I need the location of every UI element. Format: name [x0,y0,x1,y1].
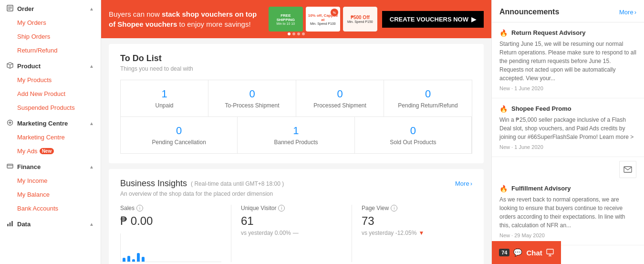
todo-label-banned: Banned Products [245,139,346,146]
sidebar-item-bank-accounts[interactable]: Bank Accounts [0,201,101,215]
sidebar-section-finance[interactable]: Finance ▲ [0,158,101,174]
sidebar-item-my-products[interactable]: My Products [0,73,101,87]
todo-num-unpaid: 1 [128,88,200,100]
dot-3[interactable] [297,32,300,35]
sidebar-item-my-orders[interactable]: My Orders [0,16,101,30]
dot-1[interactable] [288,32,291,35]
create-vouchers-button[interactable]: CREATE VOUCHERS NOW ▶ [382,11,484,28]
announcement-meta-3: New · 29 May 2020 [499,232,636,238]
announcements-title: Announcements [499,8,559,16]
chevron-up-icon: ▲ [89,6,94,11]
todo-subtitle: Things you need to deal with [120,65,472,72]
chevron-up-icon-finance: ▲ [89,164,94,169]
announcement-meta-1: New · 1 June 2020 [499,85,636,91]
sidebar-item-my-income[interactable]: My Income [0,174,101,188]
svg-rect-14 [547,249,553,254]
announcement-fulfillment[interactable]: 🔥 Fulfillment Advisory As we revert back… [492,178,644,245]
insights-subtitle: An overview of the shop data for the pla… [120,190,472,197]
todo-cell-pending-cancellation[interactable]: 0 Pending Cancellation [121,117,238,153]
chat-button[interactable]: 74 💬 Chat [492,241,561,264]
sidebar-item-my-ads[interactable]: My Ads New [0,144,101,158]
fire-icon-2: 🔥 [499,105,508,113]
todo-cell-processed[interactable]: 0 Processed Shipment [296,80,384,116]
page-view-info-icon[interactable]: i [391,205,397,211]
sidebar-section-order[interactable]: Order ▲ [0,0,101,16]
sidebar-item-suspended-products[interactable]: Suspended Products [0,101,101,115]
svg-rect-8 [7,164,13,168]
sidebar-section-product[interactable]: Product ▲ [0,57,101,73]
sidebar-section-marketing[interactable]: Marketing Centre ▲ [0,115,101,130]
trend-down-icon: ▼ [418,230,424,236]
banner: Buyers can now stack shop vouchers on to… [101,0,491,38]
insights-title: Business Insights [120,179,187,189]
sidebar-section-marketing-label: Marketing Centre [17,120,68,127]
monitor-icon [546,249,554,256]
banner-cards: FREE SHIPPING Min to 10 10 10% off, Capp… [269,7,377,32]
metric-compare-page-view: vs yesterday -12.05% ▼ [362,230,463,236]
product-icon [7,62,13,70]
main-content: Buyers can now stack shop vouchers on to… [101,0,491,264]
announcement-title-2: Shopee Feed Promo [511,105,571,112]
dot-2[interactable] [292,32,295,35]
order-icon [7,5,13,13]
todo-num-banned: 1 [245,125,346,137]
announcement-return-advisory[interactable]: 🔥 Return Request Advisory Starting June … [492,22,644,98]
banner-text: Buyers can now stack shop vouchers on to… [109,9,264,29]
announcement-shopee-feed[interactable]: 🔥 Shopee Feed Promo Win a ₱25,000 seller… [492,98,644,157]
announcements-more-label: More [619,9,634,16]
unique-visitor-info-icon[interactable]: i [278,205,285,211]
trend-neutral-icon: — [293,230,299,236]
create-vouchers-label: CREATE VOUCHERS NOW [390,16,468,23]
sidebar-item-my-balance[interactable]: My Balance [0,188,101,201]
todo-num-pending-cancellation: 0 [128,125,229,137]
dot-4[interactable] [302,32,305,35]
insights-more-link[interactable]: More › [455,180,472,187]
todo-cell-unpaid[interactable]: 1 Unpaid [121,80,208,116]
banner-card-500off: ₱500 Off Min. Spend P150 [343,7,377,32]
todo-num-processed: 0 [304,88,376,100]
sidebar-item-marketing-centre[interactable]: Marketing Centre [0,130,101,144]
todo-cell-banned[interactable]: 1 Banned Products [238,117,354,153]
new-badge-my-ads: New [40,148,54,154]
metric-sales: Sales i ₱ 0.00 [120,205,231,262]
svg-line-4 [7,64,10,65]
insights-realtime: ( Real-time data until GMT+8 18:00 ) [191,180,284,187]
sidebar-section-data-label: Data [17,221,31,228]
todo-label-unpaid: Unpaid [128,102,200,109]
envelope-icon [623,166,632,173]
announcement-body-2: Win a ₱25,000 seller package inclusive o… [499,116,636,141]
chat-icon: 💬 [513,248,522,257]
todo-label-processed: Processed Shipment [304,102,376,109]
chevron-right-icon-ann: › [634,9,636,16]
sidebar-item-add-new-product[interactable]: Add New Product [0,87,101,101]
todo-cell-pending-return[interactable]: 0 Pending Return/Refund [384,80,472,116]
metrics-row: Sales i ₱ 0.00 Unique Visitor [120,205,472,262]
play-icon: ▶ [471,16,476,23]
chevron-up-icon-marketing: ▲ [89,121,94,126]
sidebar-item-return-refund[interactable]: Return/Refund [0,43,101,57]
insights-card: Business Insights ( Real-time data until… [109,169,484,264]
todo-cell-to-process[interactable]: 0 To-Process Shipment [208,80,296,116]
envelope-button[interactable] [619,161,636,178]
right-panel: Announcements More › 🔥 Return Request Ad… [491,0,644,264]
chat-label: Chat [526,249,542,257]
svg-line-5 [10,64,13,65]
svg-rect-10 [7,224,9,226]
announcements-header: Announcements More › [492,0,644,22]
chevron-up-icon-data: ▲ [89,222,94,227]
svg-rect-12 [11,221,13,226]
data-icon [7,220,13,228]
todo-label-pending-cancellation: Pending Cancellation [128,139,229,146]
todo-title: To Do List [120,53,472,63]
sidebar: Order ▲ My Orders Ship Orders Return/Ref… [0,0,101,264]
todo-card: To Do List Things you need to deal with … [109,44,484,163]
announcement-title-row-1: 🔥 Return Request Advisory [499,29,636,37]
sidebar-section-data[interactable]: Data ▲ [0,215,101,231]
announcements-more-link[interactable]: More › [619,9,636,16]
todo-num-to-process: 0 [216,88,288,100]
todo-num-sold-out: 0 [363,125,464,137]
todo-num-pending-return: 0 [392,88,464,100]
todo-cell-sold-out[interactable]: 0 Sold Out Products [355,117,472,153]
sidebar-item-ship-orders[interactable]: Ship Orders [0,30,101,43]
sales-info-icon[interactable]: i [136,205,143,211]
